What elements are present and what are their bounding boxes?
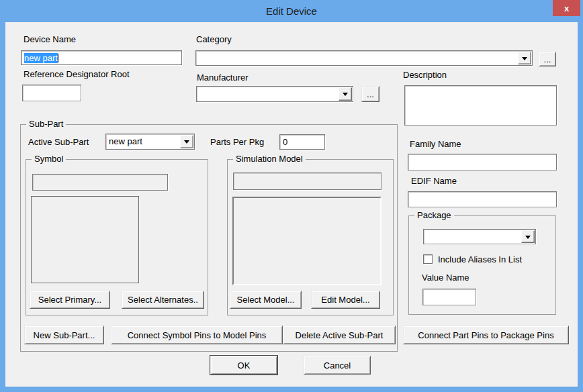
manufacturer-dropdown-button[interactable] <box>339 87 352 101</box>
new-sub-part-button[interactable]: New Sub-Part... <box>24 326 104 344</box>
close-button[interactable]: x <box>553 0 580 16</box>
ellipsis-icon: ... <box>544 54 551 64</box>
chevron-down-icon <box>522 57 527 63</box>
dialog-client-area: Device Name new part Category ... Refere… <box>5 22 578 387</box>
include-aliases-checkbox[interactable] <box>423 254 433 264</box>
manufacturer-label: Manufacturer <box>197 73 249 83</box>
family-name-input[interactable] <box>408 154 557 170</box>
select-alternates-button[interactable]: Select Alternates.. <box>122 291 204 309</box>
include-aliases-label: Include Aliases In List <box>438 255 522 264</box>
package-dropdown-button[interactable] <box>521 230 535 243</box>
category-combobox[interactable] <box>195 50 533 66</box>
ref-designator-root-input[interactable] <box>22 85 81 101</box>
package-combobox[interactable] <box>423 229 536 244</box>
model-preview-panel[interactable] <box>232 197 382 285</box>
symbol-preview-box[interactable] <box>31 196 139 283</box>
category-dropdown-button[interactable] <box>518 52 531 64</box>
cancel-button[interactable]: Cancel <box>304 356 371 375</box>
package-group-title: Package <box>414 211 454 220</box>
simulation-model-group-title: Simulation Model <box>233 154 306 164</box>
delete-active-sub-part-button[interactable]: Delete Active Sub-Part <box>283 326 396 344</box>
parts-per-pkg-input[interactable]: 0 <box>279 134 325 150</box>
edit-device-dialog: Edit Device x Device Name new part Categ… <box>0 0 583 392</box>
chevron-down-icon <box>184 140 189 146</box>
parts-per-pkg-label: Parts Per Pkg <box>210 138 264 147</box>
select-model-button[interactable]: Select Model... <box>230 291 302 309</box>
category-browse-button[interactable]: ... <box>539 52 556 66</box>
select-primary-button[interactable]: Select Primary... <box>30 291 110 309</box>
family-name-label: Family Name <box>410 140 461 149</box>
model-name-field <box>233 173 382 190</box>
chevron-down-icon <box>525 236 531 242</box>
value-name-label: Value Name <box>422 273 469 283</box>
connect-symbol-pins-button[interactable]: Connect Symbol Pins to Model Pins <box>111 326 283 344</box>
manufacturer-browse-button[interactable]: ... <box>361 86 379 102</box>
connect-part-pins-button[interactable]: Connect Part Pins to Package Pins <box>403 326 569 344</box>
edif-name-input[interactable] <box>408 191 557 207</box>
value-name-input[interactable] <box>422 289 476 305</box>
chevron-down-icon <box>343 93 348 99</box>
close-icon: x <box>564 3 569 13</box>
manufacturer-combobox[interactable] <box>196 86 353 102</box>
titlebar[interactable]: Edit Device <box>0 0 583 22</box>
category-label: Category <box>196 35 232 44</box>
active-sub-part-combobox[interactable]: new part <box>105 134 195 150</box>
symbol-name-field <box>32 174 168 191</box>
active-sub-part-value: new part <box>109 136 178 146</box>
device-name-label: Device Name <box>24 35 76 44</box>
edit-model-button[interactable]: Edit Model... <box>311 291 380 309</box>
ref-designator-root-label: Reference Designator Root <box>24 70 130 79</box>
symbol-group-title: Symbol <box>32 154 66 164</box>
sub-part-group-title: Sub-Part <box>26 119 66 129</box>
active-sub-part-label: Active Sub-Part <box>28 138 89 147</box>
ellipsis-icon: ... <box>367 89 374 99</box>
text-caret <box>58 54 58 62</box>
page-title: Edit Device <box>266 5 317 17</box>
device-name-input[interactable]: new part <box>21 50 182 65</box>
description-textarea[interactable] <box>404 85 557 126</box>
description-label: Description <box>403 70 447 80</box>
device-name-selected-text: new part <box>24 53 58 63</box>
edif-name-label: EDIF Name <box>411 177 457 186</box>
ok-button[interactable]: OK <box>210 356 277 375</box>
active-sub-part-dropdown-button[interactable] <box>180 135 193 148</box>
